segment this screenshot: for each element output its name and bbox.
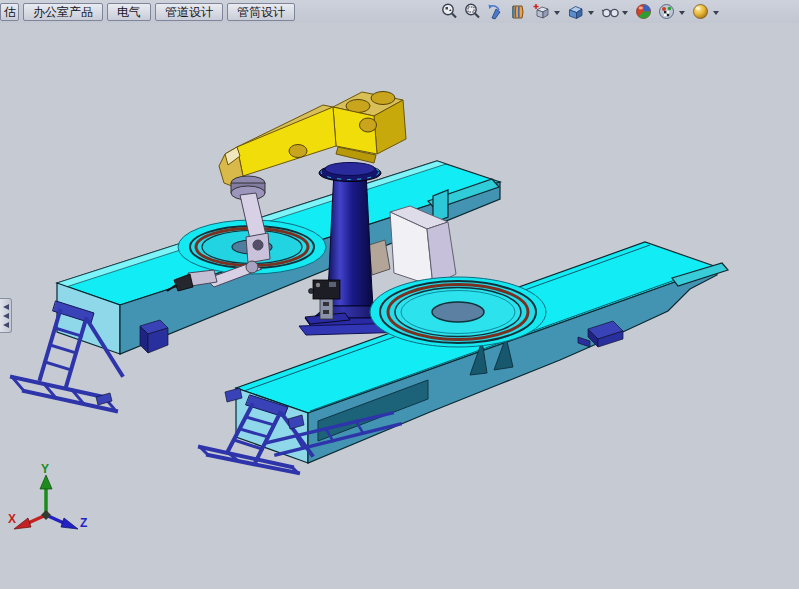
graphics-viewport[interactable]: X Y Z (0, 23, 799, 589)
reference-triad: X Y Z (8, 462, 87, 530)
model-scene: X Y Z (0, 23, 799, 589)
ribbon-tabs: 估 办公室产品 电气 管道设计 管筒设计 (0, 0, 295, 23)
edit-appearance-icon[interactable] (632, 2, 655, 22)
display-style-dropdown-arrow[interactable] (588, 11, 594, 15)
view-settings-dropdown-arrow[interactable] (713, 11, 719, 15)
triad-x-label: X (8, 512, 16, 526)
section-view-icon[interactable] (507, 2, 530, 22)
zoom-to-fit-icon[interactable] (438, 2, 461, 22)
tab-piping-design[interactable]: 管道设计 (155, 3, 223, 21)
command-tab-bar: 估 办公室产品 电气 管道设计 管筒设计 (0, 0, 799, 24)
view-toolbar (438, 0, 723, 23)
chevron-left-icon (3, 304, 9, 310)
triad-z-label: Z (80, 516, 87, 530)
tab-office-products[interactable]: 办公室产品 (23, 3, 103, 21)
rear-beam-bracket[interactable] (140, 320, 168, 353)
view-orientation-dropdown-arrow[interactable] (554, 11, 560, 15)
display-style-icon[interactable] (564, 2, 587, 22)
triad-y-label: Y (41, 462, 49, 476)
rotate-view-icon[interactable] (484, 2, 507, 22)
feature-panel-toggle[interactable] (0, 298, 12, 333)
view-settings-icon[interactable] (689, 2, 712, 22)
chevron-left-icon (3, 313, 9, 319)
apply-scene-icon[interactable] (655, 2, 678, 22)
front-turntable-ring[interactable] (370, 277, 546, 347)
apply-scene-dropdown-arrow[interactable] (679, 11, 685, 15)
hide-show-items-dropdown-arrow[interactable] (622, 11, 628, 15)
tab-evaluate-partial[interactable]: 估 (0, 3, 19, 21)
tab-electrical[interactable]: 电气 (107, 3, 151, 21)
chevron-left-icon (3, 322, 9, 328)
view-orientation-icon[interactable] (530, 2, 553, 22)
zoom-to-area-icon[interactable] (461, 2, 484, 22)
hide-show-items-icon[interactable] (598, 2, 621, 22)
tab-tubing-design[interactable]: 管筒设计 (227, 3, 295, 21)
